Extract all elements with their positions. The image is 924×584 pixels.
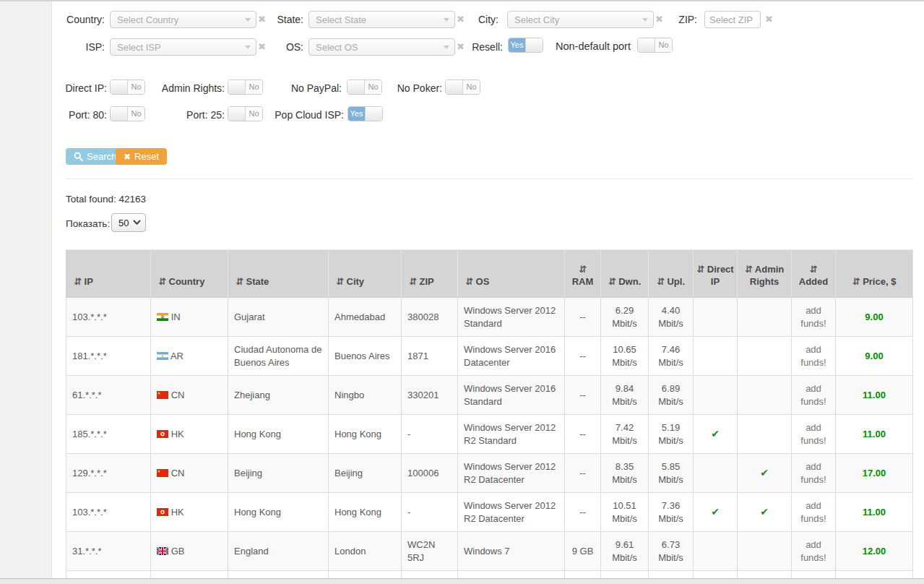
column-header-upl[interactable]: ⇵ Upl. [649,250,694,298]
column-header-admin-rights[interactable]: ⇵ Admin Rights [738,250,792,298]
toggle-state-label: No [246,80,262,94]
cell-admin-rights [738,337,792,376]
toggle-knob [365,107,382,121]
column-header-direct-ip[interactable]: ⇵ Direct IP [694,250,738,298]
toggle-state-label: No [128,107,144,121]
sort-icon: ⇵ [696,264,704,275]
per-page-select[interactable]: 50 [111,213,146,232]
state-clear-icon[interactable]: ✖ [457,14,465,25]
check-icon: ✔ [760,467,769,478]
non-default-port-toggle[interactable]: No [637,38,673,53]
isp-clear-icon[interactable]: ✖ [258,41,266,53]
zip-filter-label: ZIP: [668,14,697,25]
admin-rights-toggle[interactable]: No [228,80,263,95]
chevron-down-icon [245,46,251,49]
flag-icon-hk [157,429,168,439]
cell-os: Windows Server 2012 R2 Datacenter [458,493,565,532]
cell-admin-rights [738,298,792,337]
no-poker-toggle[interactable]: No [445,80,480,95]
add-funds-link[interactable]: add funds! [800,539,826,563]
country-code: HK [171,507,184,518]
cell-ip: 185.*.*.* [66,415,151,454]
cell-os: Windows 7 [458,532,565,571]
no-paypal-toggle[interactable]: No [347,80,382,95]
cell-city: Hong Kong [329,415,402,454]
cell-ram: -- [565,415,601,454]
column-header-price[interactable]: ⇵ Price, $ [836,250,913,298]
city-select[interactable]: Select City [507,11,654,28]
cell-country: HK [151,415,228,454]
check-icon: ✔ [711,428,720,439]
cell-price: 11.00 [836,376,913,415]
price-value: 9.00 [865,312,883,322]
top-border [0,0,924,1]
add-funds-link[interactable]: add funds! [800,422,826,446]
reset-button[interactable]: ✖ Reset [116,148,167,165]
toggle-knob [228,80,246,94]
resell-toggle[interactable]: Yes [508,38,543,53]
sort-icon: ⇵ [336,276,344,287]
add-funds-link[interactable]: add funds! [800,500,826,524]
toggle-state-label: No [463,80,480,94]
column-header-added[interactable]: ⇵ Added [792,250,836,298]
country-select[interactable]: Select Country [110,11,256,28]
no-paypal-filter-label: No PayPal: [277,82,342,94]
add-funds-link[interactable]: add funds! [800,305,826,329]
check-icon: ✔ [760,506,769,518]
add-funds-link[interactable]: add funds! [800,383,826,407]
cell-ip: 181.*.*.* [66,337,151,376]
cell-zip: 1871 [402,337,458,376]
column-header-os[interactable]: ⇵ OS [458,250,565,298]
cell-city: London [329,532,402,571]
cell-state: Gujarat [228,298,329,337]
toggle-knob [446,80,463,94]
column-header-city[interactable]: ⇵ City [329,250,402,298]
total-found-label: Total found: [66,194,116,205]
cell-added: add funds! [792,376,836,415]
cell-city: Hong Kong [329,493,402,532]
cell-state: Ciudad Autonoma de Buenos Aires [228,337,329,376]
cell-os: Windows Server 2012 R2 Standard [458,415,565,454]
cell-country: HK [151,493,228,532]
per-page-value: 50 [118,218,129,228]
price-value: 11.00 [863,429,886,439]
cell-country: CN [151,376,228,415]
horizontal-scrollbar[interactable] [0,578,924,584]
cell-ip: 31.*.*.* [66,532,151,571]
city-clear-icon[interactable]: ✖ [655,14,663,25]
direct-ip-toggle[interactable]: No [110,80,145,95]
sort-icon: ⇵ [608,276,616,287]
country-clear-icon[interactable]: ✖ [258,14,266,25]
cell-dwn: 7.42 Mbit/s [601,415,649,454]
cell-country: GB [151,532,228,571]
non-default-port-label: Non-default port [556,40,631,52]
isp-select[interactable]: Select ISP [110,38,256,56]
chevron-down-icon [444,18,449,22]
add-funds-link[interactable]: add funds! [800,461,826,485]
column-label: Dwn. [618,276,641,287]
cell-ram: -- [565,337,601,376]
column-header-state[interactable]: ⇵ State [228,250,329,298]
zip-clear-icon[interactable]: ✖ [765,14,773,25]
cell-price: 9.00 [836,298,913,337]
column-header-dwn[interactable]: ⇵ Dwn. [601,250,649,298]
total-found-value: 42163 [119,194,147,205]
cell-admin-rights: ✔ [738,454,792,493]
column-header-ram[interactable]: ⇵ RAM [565,250,601,298]
column-header-zip[interactable]: ⇵ ZIP [402,250,458,298]
column-header-country[interactable]: ⇵ Country [151,250,228,298]
add-funds-link[interactable]: add funds! [800,344,826,368]
cell-ram: -- [565,493,601,532]
column-label: Upl. [667,276,685,287]
pop-cloud-isp-toggle[interactable]: Yes [347,106,383,121]
sort-icon: ⇵ [745,264,753,275]
state-select-placeholder: Select State [316,14,440,25]
zip-input[interactable] [704,11,761,28]
port-25-toggle[interactable]: No [228,106,263,121]
table-row: 103.*.*.* INGujaratAhmedabad380028Window… [66,298,913,337]
column-header-ip[interactable]: ⇵ IP [66,250,151,298]
port-80-toggle[interactable]: No [110,106,145,121]
state-select[interactable]: Select State [308,11,455,28]
os-select[interactable]: Select OS [308,38,455,56]
table-row: 31.*.*.* GBEnglandLondonWC2N 5RJWindows … [66,532,913,571]
